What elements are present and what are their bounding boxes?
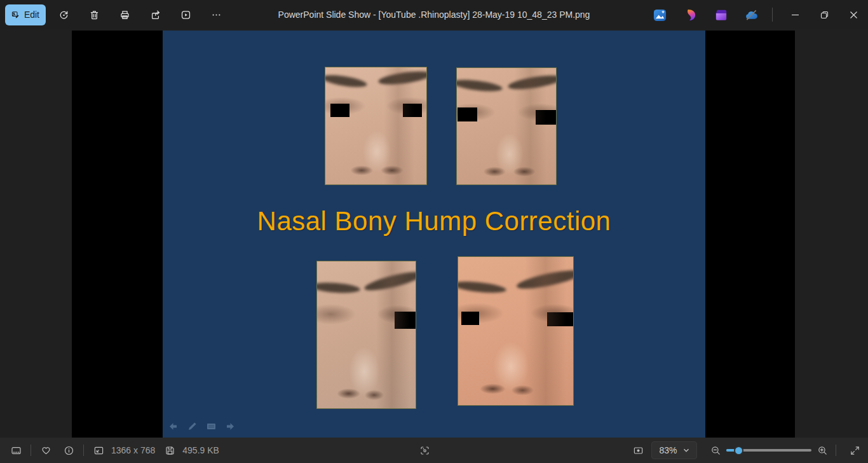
pen-icon — [187, 421, 198, 432]
viewer-canvas: Nasal Bony Hump Correction — [0, 29, 868, 438]
photo-bottom-right-oblique — [458, 256, 574, 406]
filmstrip-icon — [11, 445, 22, 456]
edit-button-label: Edit — [24, 10, 39, 20]
photo-top-right-frontal — [456, 67, 557, 185]
share-icon — [150, 10, 161, 20]
slideshow-nav-controls — [168, 421, 236, 432]
titlebar-divider — [772, 8, 773, 22]
displayed-image[interactable]: Nasal Bony Hump Correction — [72, 31, 795, 438]
more-options-button[interactable] — [203, 3, 229, 26]
zoom-slider-thumb[interactable] — [734, 446, 743, 455]
eye-privacy-bar — [536, 110, 557, 125]
minimize-icon — [791, 11, 799, 19]
file-size-icon — [161, 442, 178, 459]
dimensions-label: 1366 x 768 — [111, 445, 155, 455]
eye-privacy-bar — [461, 312, 479, 325]
zoom-level-dropdown[interactable]: 83% — [651, 441, 697, 459]
clipchamp-button[interactable] — [708, 3, 733, 26]
share-button[interactable] — [142, 3, 168, 26]
next-slide-button[interactable] — [225, 421, 236, 432]
eyebrow-right — [515, 266, 574, 292]
previous-slide-button[interactable] — [168, 421, 179, 432]
statusbar-left: 1366 x 768 495.9 KB — [0, 442, 219, 459]
fullscreen-icon — [850, 445, 860, 456]
auto-enhance-icon — [653, 8, 667, 22]
eye-privacy-bar — [395, 312, 416, 329]
statusbar-divider — [31, 445, 31, 456]
slide-title: Nasal Bony Hump Correction — [163, 206, 705, 237]
eye-privacy-bar — [403, 104, 422, 117]
close-button[interactable] — [839, 0, 868, 29]
zoom-in-icon — [817, 445, 828, 456]
fit-to-window-button[interactable] — [630, 442, 646, 459]
zoom-level-value: 83% — [659, 445, 677, 455]
slide-menu-icon — [206, 421, 217, 432]
rotate-button[interactable] — [51, 3, 76, 26]
auto-enhance-button[interactable] — [647, 3, 672, 26]
delete-button[interactable] — [81, 3, 107, 26]
file-size: 495.9 KB — [161, 442, 219, 459]
print-icon — [119, 10, 130, 20]
titlebar: Edit — [0, 0, 868, 29]
close-icon — [850, 11, 858, 19]
designer-cocreator-icon — [683, 8, 698, 22]
restore-button[interactable] — [810, 0, 839, 29]
eyebrow-right — [507, 73, 557, 92]
onedrive-off-icon — [744, 8, 759, 22]
photos-app-window: Edit — [0, 0, 868, 463]
zoom-slider[interactable] — [726, 441, 811, 459]
slideshow-button[interactable] — [173, 3, 198, 26]
slide-menu-button[interactable] — [206, 421, 217, 432]
edit-image-icon — [11, 10, 20, 20]
eyebrow-left — [325, 73, 368, 89]
zoom-out-icon — [710, 445, 721, 456]
eye-privacy-bar — [547, 312, 574, 326]
statusbar-center — [416, 438, 433, 463]
slide: Nasal Bony Hump Correction — [163, 31, 705, 438]
edit-button[interactable]: Edit — [5, 4, 46, 25]
info-icon — [64, 445, 74, 456]
toolbar-right — [647, 0, 868, 29]
file-size-label: 495.9 KB — [182, 445, 219, 455]
slideshow-icon — [180, 10, 191, 20]
next-slide-icon — [225, 421, 236, 432]
rotate-icon — [58, 10, 69, 20]
image-dimensions: 1366 x 768 — [90, 442, 155, 459]
statusbar-divider — [836, 445, 836, 456]
eyebrow-right — [377, 69, 427, 87]
dimensions-icon — [90, 442, 107, 459]
pen-button[interactable] — [187, 421, 198, 432]
restore-icon — [820, 11, 829, 19]
delete-icon — [89, 10, 100, 20]
fullscreen-button[interactable] — [846, 442, 863, 459]
visual-search-button[interactable] — [416, 442, 433, 459]
zoom-out-button[interactable] — [707, 442, 724, 459]
eye-privacy-bar — [330, 104, 349, 117]
favorite-heart-icon — [41, 445, 51, 456]
eye-privacy-bar — [458, 107, 477, 121]
visual-search-icon — [419, 445, 430, 456]
favorite-button[interactable] — [37, 442, 54, 459]
chevron-down-icon — [683, 447, 689, 453]
zoom-in-button[interactable] — [814, 442, 831, 459]
statusbar-divider — [83, 445, 84, 456]
designer-cocreator-button[interactable] — [677, 3, 703, 26]
minimize-button[interactable] — [780, 0, 810, 29]
more-icon — [211, 10, 222, 20]
eyebrow-left — [458, 280, 507, 295]
statusbar-right: 83% — [630, 438, 868, 463]
eyebrow-left — [456, 78, 503, 93]
photo-top-left-frontal — [325, 67, 427, 185]
onedrive-off-button[interactable] — [738, 3, 764, 26]
info-button[interactable] — [60, 442, 77, 459]
toolbar-left: Edit — [0, 0, 229, 29]
filmstrip-button[interactable] — [8, 442, 24, 459]
eyebrow-left — [316, 281, 360, 294]
statusbar: 1366 x 768 495.9 KB — [0, 438, 868, 463]
print-button[interactable] — [112, 3, 137, 26]
clipchamp-icon — [714, 8, 728, 22]
previous-slide-icon — [168, 421, 179, 432]
eyebrow-right — [363, 268, 416, 294]
fit-to-window-icon — [633, 445, 644, 456]
photo-bottom-left-oblique — [316, 261, 416, 409]
